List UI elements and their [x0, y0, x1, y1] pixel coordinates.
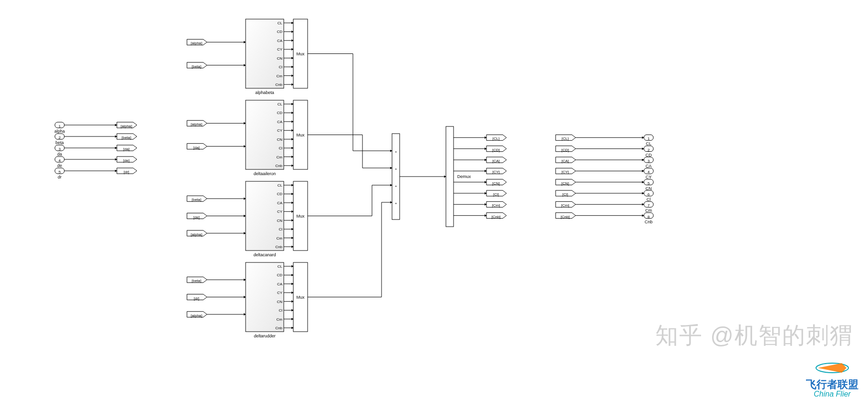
demux-label: Demux	[457, 174, 471, 179]
signal-line	[308, 202, 392, 297]
subsys-outport-label: CD	[277, 192, 282, 196]
outport-number: 2	[648, 148, 650, 152]
from-tag-label: [CY]	[561, 170, 569, 174]
subsys-outport-label: Cm	[277, 317, 283, 322]
subsys-outport-label: CN	[277, 219, 282, 223]
subsys-outport-label: CD	[277, 30, 282, 34]
subsys-outport-label: CA	[277, 201, 283, 205]
subsys-outport-label: CA	[277, 120, 283, 124]
goto-tag-label: [Cl]	[493, 192, 499, 197]
from-tag-label: [CN]	[561, 181, 569, 186]
outport-label: CN	[646, 186, 652, 191]
from-tag-label: [beta]	[192, 279, 201, 283]
sum-sign: +	[395, 184, 397, 188]
inport-number: 5	[59, 170, 61, 174]
subsys-outport-label: CL	[278, 21, 283, 25]
goto-tag-label: [CA]	[492, 159, 500, 163]
subsystem-label: alphabeta	[255, 90, 274, 95]
signal-line	[308, 185, 392, 216]
subsys-outport-label: CY	[277, 209, 283, 214]
sum-block[interactable]	[392, 134, 400, 220]
goto-tag-label: [CL]	[493, 136, 500, 141]
subsys-outport-label: Cnb	[275, 164, 282, 168]
subsys-outport-label: Cl	[279, 308, 282, 313]
outport-label: CL	[646, 141, 651, 146]
subsys-outport-label: CL	[278, 264, 283, 269]
mux-label: Mux	[296, 52, 305, 56]
outport-label: Cm	[645, 208, 652, 213]
inport-label: dr	[58, 175, 62, 179]
subsys-outport-label: Cl	[279, 65, 282, 69]
subsys-outport-label: Cl	[279, 146, 282, 150]
from-tag-label: [CL]	[562, 136, 569, 141]
subsys-outport-label: CD	[277, 111, 282, 115]
mux-label: Mux	[296, 133, 305, 137]
outport-number: 3	[648, 159, 650, 163]
subsys-outport-label: Cnb	[275, 83, 282, 87]
from-tag-label: [beta]	[192, 64, 201, 69]
inport-number: 1	[59, 124, 61, 128]
subsys-outport-label: Cl	[279, 227, 282, 231]
outport-label: CA	[646, 164, 652, 168]
subsys-outport-label: Cm	[277, 74, 283, 78]
goto-tag-label: [de]	[123, 158, 129, 163]
goto-tag-label: [alpha]	[121, 124, 132, 128]
goto-tag-label: [Cm]	[492, 203, 500, 208]
subsys-outport-label: CN	[277, 137, 282, 142]
subsystem-label: deltaaileron	[254, 171, 276, 176]
from-tag-label: [CA]	[561, 159, 569, 163]
subsys-outport-label: CA	[277, 39, 283, 43]
outport-label: CD	[646, 153, 652, 157]
subsys-outport-label: Cnb	[275, 245, 282, 249]
from-tag-label: [beta]	[192, 198, 201, 202]
mux-label: Mux	[296, 295, 305, 300]
goto-tag-label: [beta]	[122, 136, 131, 140]
outport-number: 4	[648, 170, 650, 174]
outport-label: CY	[646, 175, 652, 179]
goto-tag-label: [Cnb]	[491, 215, 500, 219]
demux-block[interactable]	[446, 126, 454, 227]
outport-number: 1	[648, 136, 650, 141]
simulink-diagram[interactable]: 1alpha[alpha]2beta[beta]3da[da]4de[de]5d…	[0, 0, 868, 408]
sum-sign: +	[395, 150, 397, 154]
outport-label: Cnb	[645, 220, 653, 224]
goto-tag-label: [da]	[123, 147, 129, 151]
subsys-outport-label: CY	[277, 47, 283, 52]
sum-sign: +	[395, 201, 397, 206]
from-tag-label: [de]	[193, 215, 199, 220]
subsys-outport-label: Cm	[277, 155, 283, 159]
inport-label: de	[57, 163, 62, 168]
from-tag-label: [alpha]	[191, 41, 202, 45]
signal-line	[308, 54, 392, 151]
inport-label: beta	[55, 140, 64, 145]
inport-label: alpha	[54, 129, 65, 134]
from-tag-label: [CD]	[561, 148, 569, 152]
subsystem-label: deltacanard	[253, 252, 276, 257]
sum-sign: +	[395, 167, 397, 171]
subsys-outport-label: CN	[277, 56, 282, 61]
subsys-outport-label: CY	[277, 128, 283, 133]
subsys-outport-label: Cnb	[275, 326, 282, 330]
mux-label: Mux	[296, 214, 305, 219]
from-tag-label: [alpha]	[191, 232, 202, 237]
goto-tag-label: [CD]	[492, 148, 500, 152]
subsys-outport-label: CA	[277, 282, 283, 286]
subsys-outport-label: CN	[277, 300, 282, 304]
subsys-outport-label: CL	[278, 183, 283, 188]
goto-tag-label: [dr]	[124, 170, 129, 174]
inport-label: da	[57, 152, 62, 157]
subsys-outport-label: Cm	[277, 236, 283, 241]
goto-tag-label: [CY]	[492, 170, 500, 174]
from-tag-label: [alpha]	[191, 122, 202, 126]
inport-number: 2	[59, 136, 61, 140]
inport-number: 4	[59, 158, 61, 163]
from-tag-label: [alpha]	[191, 314, 202, 318]
from-tag-label: [Cnb]	[560, 215, 569, 219]
outport-number: 7	[648, 203, 650, 208]
goto-tag-label: [CN]	[492, 181, 500, 186]
subsys-outport-label: CY	[277, 291, 283, 295]
subsystem-label: deltarudder	[254, 334, 276, 338]
from-tag-label: [Cl]	[562, 192, 568, 197]
outport-label: Cl	[647, 197, 651, 202]
subsys-outport-label: CL	[278, 102, 283, 106]
